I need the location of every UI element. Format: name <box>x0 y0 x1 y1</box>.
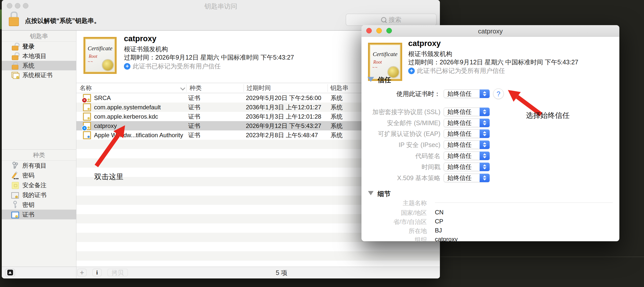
sidebar-keychains-header: 钥匙串 <box>2 31 76 42</box>
certificate-icon: + <box>83 122 91 130</box>
summary-cert-kind: 根证书颁发机构 <box>124 45 168 53</box>
certificate-icon <box>83 131 91 139</box>
detail-label-organization: 组织 <box>361 236 427 241</box>
sidebar-categories-header: 种类 <box>2 149 76 161</box>
trust-row-ssl: 加密套接字协议层 (SSL) 始终信任 <box>361 108 619 116</box>
trusted-plus-icon: + <box>408 68 415 74</box>
secure-note-icon <box>11 181 19 189</box>
pencil-icon <box>11 171 19 180</box>
trust-row-timestamp: 时间戳 始终信任 <box>361 163 619 171</box>
details-section-label: 细节 <box>378 189 391 198</box>
sidebar-item-system[interactable]: 系统 <box>2 61 76 70</box>
lock-icon <box>11 61 19 70</box>
copy-button[interactable]: 拷贝 <box>107 269 128 276</box>
disclosure-triangle-trust[interactable] <box>367 77 374 82</box>
sidebar-item-secure-notes[interactable]: 安全备注 <box>2 180 76 190</box>
detail-value-locality: BJ <box>435 227 442 234</box>
column-header-expires[interactable]: 过期时间 <box>247 83 271 93</box>
column-header-keychain[interactable]: 钥匙串 <box>330 83 348 93</box>
untrusted-x-icon: ✕ <box>82 98 87 103</box>
help-button[interactable]: ? <box>493 88 504 99</box>
disclosure-triangle-details[interactable] <box>368 191 374 195</box>
sidebar-item-local[interactable]: 本地项目 <box>2 51 76 61</box>
search-input[interactable]: 搜索 <box>346 14 437 26</box>
column-header-name[interactable]: 名称 <box>80 83 92 93</box>
detail-label-country: 国家/地区 <box>361 209 427 217</box>
window-title: 钥匙串访问 <box>2 2 440 11</box>
gold-seal-icon <box>103 60 113 70</box>
detail-value-country: CN <box>435 209 444 216</box>
trust-section-label: 信任 <box>378 75 391 84</box>
dropdown-stepper-icon <box>480 108 490 116</box>
certificates-stack-icon <box>11 71 19 79</box>
annotation-choose-trust: 选择始终信任 <box>526 111 570 121</box>
trust-dropdown[interactable]: 始终信任 <box>444 163 490 171</box>
certificate-icon: Certificate Root ~~ <box>83 37 117 74</box>
certificate-icon <box>83 113 91 121</box>
dropdown-stepper-icon <box>480 89 490 98</box>
my-certificate-icon <box>11 191 19 199</box>
unlock-hint-text[interactable]: 点按以解锁“系统”钥匙串。 <box>25 17 100 25</box>
detail-label-locality: 所在地 <box>361 227 427 235</box>
trust-row-when-using: 使用此证书时： 始终信任 ? <box>361 89 619 98</box>
sidebar-item-keys[interactable]: 密钥 <box>2 200 76 210</box>
sidebar-item-certificates[interactable]: 证书 <box>2 210 76 219</box>
dropdown-stepper-icon <box>480 163 490 171</box>
certificate-detail-window: catproxy Certificate Root ~~ catproxy 根证… <box>361 25 619 241</box>
key-icon <box>11 201 19 209</box>
certificate-icon: ✕ <box>83 94 91 102</box>
trust-row-x509: X.509 基本策略 始终信任 <box>361 174 619 182</box>
status-bar: + i 拷贝 5 项 <box>2 267 440 278</box>
trust-row-ipsec: IP 安全 (IPsec) 始终信任 <box>361 140 619 149</box>
certificate-icon <box>83 103 91 111</box>
sidebar-item-system-roots[interactable]: 系统根证书 <box>2 70 76 80</box>
trust-dropdown[interactable]: 始终信任 <box>444 174 490 182</box>
subject-name-header: 主题名称 <box>361 199 427 207</box>
trust-row-code-signing: 代码签名 始终信任 <box>361 152 619 160</box>
search-placeholder: 搜索 <box>389 16 401 24</box>
summary-cert-expiry: 过期时间：2026年9月12日 星期六 中国标准时间 下午5:43:27 <box>124 53 294 62</box>
trust-dropdown[interactable]: 始终信任 <box>444 89 490 98</box>
item-count: 5 项 <box>276 267 287 278</box>
trust-row-eap: 可扩展认证协议 (EAP) 始终信任 <box>361 129 619 138</box>
sidebar: 钥匙串 登录 本地项目 系统 系统根证书 种类 <box>2 31 76 267</box>
trust-dropdown[interactable]: 始终信任 <box>444 152 490 160</box>
summary-trust-note: + 此证书已标记为受所有用户信任 <box>124 62 221 70</box>
dropdown-stepper-icon <box>480 174 490 182</box>
unlock-lock-icon[interactable] <box>9 12 19 27</box>
sidebar-item-passwords[interactable]: 密码 <box>2 170 76 180</box>
search-icon <box>381 17 386 22</box>
sort-chevron-icon[interactable] <box>180 85 185 90</box>
open-lock-icon <box>11 52 19 60</box>
summary-trust-note: + 此证书已标记为受所有用户信任 <box>408 67 505 75</box>
sidebar-item-all-items[interactable]: 所有项目 <box>2 161 76 170</box>
trust-dropdown[interactable]: 始终信任 <box>444 140 490 149</box>
trust-dropdown[interactable]: 始终信任 <box>444 119 490 127</box>
sidebar-item-my-certificates[interactable]: 我的证书 <box>2 190 76 200</box>
column-header-kind[interactable]: 种类 <box>190 83 202 93</box>
window-title: catproxy <box>361 27 619 35</box>
summary-cert-name: catproxy <box>124 34 156 43</box>
desktop: 钥匙串访问 点按以解锁“系统”钥匙串。 搜索 钥匙串 登录 本地项目 <box>0 0 644 287</box>
dropdown-stepper-icon <box>480 129 490 138</box>
dropdown-stepper-icon <box>480 152 490 160</box>
blue-certificate-icon <box>11 210 19 219</box>
annotation-double-click: 双击这里 <box>94 172 123 182</box>
keys-icon <box>11 161 19 170</box>
dropdown-stepper-icon <box>480 119 490 127</box>
summary-cert-expiry: 过期时间：2026年9月12日 星期六 中国标准时间 下午5:43:27 <box>408 58 578 66</box>
summary-cert-kind: 根证书颁发机构 <box>408 50 452 58</box>
wallpaper-sliver <box>0 10 2 29</box>
titlebar: catproxy <box>361 25 619 37</box>
sidebar-item-login[interactable]: 登录 <box>2 42 76 51</box>
add-item-button[interactable]: + <box>77 269 87 276</box>
detail-label-state: 省/市/自治区 <box>361 218 427 226</box>
trusted-plus-icon: + <box>124 63 130 70</box>
toggle-keychains-button[interactable] <box>5 269 15 276</box>
detail-value-organization: catproxy <box>435 236 458 241</box>
trust-dropdown[interactable]: 始终信任 <box>444 108 490 116</box>
panel-toggle-icon <box>7 270 13 275</box>
desktop-divider-line <box>440 257 644 257</box>
trust-dropdown[interactable]: 始终信任 <box>444 129 490 138</box>
info-button[interactable]: i <box>92 269 102 276</box>
